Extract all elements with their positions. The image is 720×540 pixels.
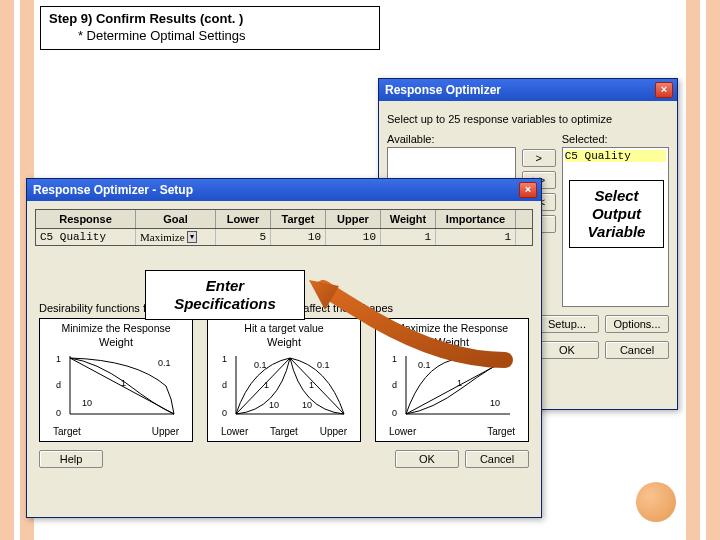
selected-label: Selected: <box>562 133 669 145</box>
y-label: d <box>222 380 227 390</box>
col-weight: Weight <box>381 210 436 228</box>
cell-weight[interactable]: 1 <box>381 229 436 245</box>
col-importance: Importance <box>436 210 516 228</box>
col-goal: Goal <box>136 210 216 228</box>
w-label: 1 <box>264 380 269 390</box>
decor-stripe <box>686 0 700 540</box>
cell-goal[interactable]: Maximize ▾ <box>136 229 216 245</box>
slide-title-line2: * Determine Optimal Settings <box>49 28 371 45</box>
ok-button[interactable]: OK <box>395 450 459 468</box>
available-label: Available: <box>387 133 516 145</box>
callout-enter-specs: Enter Specifications <box>145 270 305 320</box>
cell-lower[interactable]: 5 <box>216 229 271 245</box>
spec-table-header: Response Goal Lower Target Upper Weight … <box>35 209 533 229</box>
col-target: Target <box>271 210 326 228</box>
x-tick: Lower <box>221 426 248 437</box>
ok-button[interactable]: OK <box>535 341 599 359</box>
col-response: Response <box>36 210 136 228</box>
chevron-down-icon[interactable]: ▾ <box>187 231 197 243</box>
x-tick: Target <box>270 426 298 437</box>
x-tick: Lower <box>389 426 416 437</box>
w-label: 0.1 <box>418 360 431 370</box>
goal-value: Maximize <box>140 231 185 243</box>
list-item[interactable]: C5 Quality <box>565 150 666 162</box>
w-label: 10 <box>490 398 500 408</box>
y-tick: 0 <box>392 408 397 418</box>
options-button[interactable]: Options... <box>605 315 669 333</box>
w-label: 1 <box>457 378 462 388</box>
plot-target: Hit a target value Weight 1 d 0 0.1 1 10… <box>207 318 361 442</box>
help-button[interactable]: Help <box>39 450 103 468</box>
slide-title-box: Step 9) Confirm Results (cont. ) * Deter… <box>40 6 380 50</box>
titlebar[interactable]: Response Optimizer × <box>379 79 677 101</box>
response-optimizer-setup-window: Response Optimizer - Setup × Response Go… <box>26 178 542 518</box>
plot-title: Minimize the Response <box>45 322 187 334</box>
y-tick: 1 <box>392 354 397 364</box>
decor-circle <box>636 482 676 522</box>
w-label: 0.1 <box>254 360 267 370</box>
plot-weight-label: Weight <box>213 336 355 348</box>
w-label: 0.1 <box>317 360 330 370</box>
callout-select-output: Select Output Variable <box>569 180 664 248</box>
window-title: Response Optimizer <box>385 83 501 97</box>
cancel-button[interactable]: Cancel <box>465 450 529 468</box>
plot-minimize: Minimize the Response Weight 1 d 0 0.1 1… <box>39 318 193 442</box>
slide-title-line1: Step 9) Confirm Results (cont. ) <box>49 11 371 28</box>
w-label: 0.1 <box>158 358 171 368</box>
close-icon[interactable]: × <box>519 182 537 198</box>
y-label: d <box>392 380 397 390</box>
cancel-button[interactable]: Cancel <box>605 341 669 359</box>
cell-response: C5 Quality <box>36 229 136 245</box>
x-tick: Target <box>487 426 515 437</box>
cell-target[interactable]: 10 <box>271 229 326 245</box>
close-icon[interactable]: × <box>655 82 673 98</box>
plot-title: Maximize the Response <box>381 322 523 334</box>
decor-stripe <box>706 0 720 540</box>
y-tick: 0 <box>56 408 61 418</box>
y-tick: 0 <box>222 408 227 418</box>
y-tick: 1 <box>56 354 61 364</box>
x-tick: Upper <box>320 426 347 437</box>
plot-weight-label: Weight <box>381 336 523 348</box>
setup-button[interactable]: Setup... <box>535 315 599 333</box>
x-tick: Upper <box>152 426 179 437</box>
y-label: d <box>56 380 61 390</box>
plot-weight-label: Weight <box>45 336 187 348</box>
y-tick: 1 <box>222 354 227 364</box>
move-right-button[interactable]: > <box>522 149 556 167</box>
w-label: 10 <box>82 398 92 408</box>
col-lower: Lower <box>216 210 271 228</box>
spec-table-row: C5 Quality Maximize ▾ 5 10 10 1 1 <box>35 229 533 246</box>
window-title: Response Optimizer - Setup <box>33 183 193 197</box>
plot-maximize: Maximize the Response Weight 1 d 0 0.1 1… <box>375 318 529 442</box>
col-upper: Upper <box>326 210 381 228</box>
w-label: 10 <box>269 400 279 410</box>
w-label: 1 <box>121 378 126 388</box>
x-tick: Target <box>53 426 81 437</box>
titlebar[interactable]: Response Optimizer - Setup × <box>27 179 541 201</box>
plot-title: Hit a target value <box>213 322 355 334</box>
w-label: 10 <box>302 400 312 410</box>
cell-importance[interactable]: 1 <box>436 229 516 245</box>
w-label: 1 <box>309 380 314 390</box>
cell-upper[interactable]: 10 <box>326 229 381 245</box>
optimizer-hint: Select up to 25 response variables to op… <box>387 113 669 125</box>
decor-stripe <box>0 0 14 540</box>
